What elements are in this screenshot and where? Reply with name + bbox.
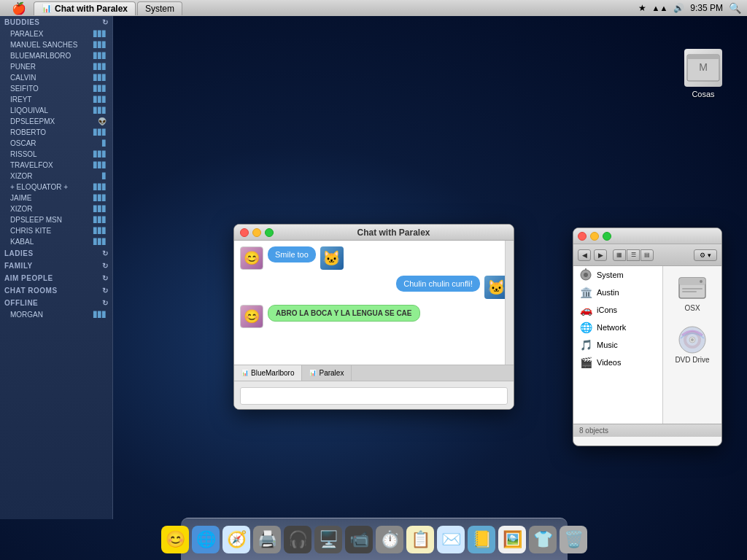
buddy-kabal[interactable]: KABAL▊▊▊ xyxy=(0,236,112,247)
finder-statusbar: 8 objects xyxy=(573,424,721,437)
finder-list: System 🏛️ Austin 🚗 iCons 🌐 Network 🎵 Mus… xyxy=(573,266,663,424)
cosas-label: Cosas xyxy=(692,90,714,98)
avatar-paralex-1: 🐱 xyxy=(320,246,344,270)
chat-tab-icon: 📊 xyxy=(42,4,52,13)
close-button[interactable] xyxy=(240,228,249,237)
finder-item-network[interactable]: 🌐 Network xyxy=(573,319,662,336)
buddy-xizor2[interactable]: XIZOR▊▊▊ xyxy=(0,203,112,214)
buddy-chris-kite[interactable]: CHRIS KITE▊▊▊ xyxy=(0,225,112,236)
finder-item-videos[interactable]: 🎬 Videos xyxy=(573,354,662,371)
apple-menu[interactable]: 🍎 xyxy=(6,1,32,15)
dock-monitor[interactable]: 🖥️ xyxy=(314,524,342,556)
dock-trash[interactable]: 🗑️ xyxy=(560,524,587,556)
buddies-icon: ↻ xyxy=(102,18,109,26)
menubar-right: ★ ▲▲ 🔊 9:35 PM 🔍 xyxy=(638,2,741,14)
buddy-manuel[interactable]: MANUEL SANCHES▊▊▊ xyxy=(0,39,112,50)
family-header[interactable]: FAMILY ↻ xyxy=(0,260,112,272)
dvd-icon-image xyxy=(676,324,708,356)
dock-safari[interactable]: 🧭 xyxy=(222,524,250,556)
finder-maximize-button[interactable] xyxy=(603,232,611,241)
dock-ie[interactable]: 🌐 xyxy=(192,524,220,556)
buddy-dpsleep-msn[interactable]: DPSLEEP MSN▊▊▊ xyxy=(0,214,112,225)
dock-video[interactable]: 📹 xyxy=(345,524,373,556)
finder-toolbar: ◀ ▶ ▦ ☰ ▤ ⚙ ▾ xyxy=(573,244,721,266)
svg-rect-10 xyxy=(682,291,697,292)
finder-item-icons[interactable]: 🚗 iCons xyxy=(573,301,662,319)
buddy-bluemarlboro[interactable]: BLUEMARLBORO▊▊▊ xyxy=(0,50,112,61)
svg-point-8 xyxy=(700,280,703,283)
chat-body: 😊 Smile too 🐱 Chulin chulin cunfli! 🐱 😊 xyxy=(234,241,514,365)
back-button[interactable]: ◀ xyxy=(578,249,591,261)
bubble-1: Smile too xyxy=(268,246,316,262)
buddy-roberto[interactable]: ROBERTO▊▊▊ xyxy=(0,127,112,138)
buddy-rissol[interactable]: RISSOL▊▊▊ xyxy=(0,149,112,160)
chat-scrollbar[interactable] xyxy=(505,241,514,365)
dock-timer[interactable]: ⏱️ xyxy=(376,524,403,556)
forward-button[interactable]: ▶ xyxy=(594,249,607,261)
osx-drive-icon[interactable]: OSX xyxy=(676,272,708,312)
videos-icon: 🎬 xyxy=(579,356,592,369)
chat-window-title: Chat with Paralex xyxy=(279,228,508,238)
buddy-travelfox[interactable]: TRAVELFOX▊▊▊ xyxy=(0,160,112,171)
spotlight-icon[interactable]: 🔍 xyxy=(729,2,741,14)
finder-item-music[interactable]: 🎵 Music xyxy=(573,336,662,354)
dvd-drive-icon[interactable]: DVD Drive xyxy=(675,324,709,364)
buddy-ireyt[interactable]: IREYT▊▊▊ xyxy=(0,94,112,105)
finder-status: 8 objects xyxy=(579,427,608,435)
action-button[interactable]: ⚙ ▾ xyxy=(694,249,717,261)
icons-icon: 🚗 xyxy=(579,303,592,316)
list-view-button[interactable]: ☰ xyxy=(627,249,640,261)
buddy-calvin[interactable]: CALVIN▊▊▊ xyxy=(0,72,112,83)
dock-address[interactable]: 📒 xyxy=(468,524,495,556)
austin-label: Austin xyxy=(597,288,619,297)
buddy-oscar[interactable]: OSCAR▊ xyxy=(0,138,112,149)
chat-tab-paralex[interactable]: 📊 Paralex xyxy=(302,365,352,381)
chat-tab-bluemarlboro[interactable]: 📊 BlueMarlboro xyxy=(234,365,302,381)
bubble-3: ABRO LA BOCA Y LA LENGUA SE CAE xyxy=(268,305,420,322)
dock-tshirt[interactable]: 👕 xyxy=(529,524,557,556)
dock-photo[interactable]: 🖼️ xyxy=(498,524,526,556)
buddies-header[interactable]: BUDDIES ↻ xyxy=(0,16,112,28)
dock-aim[interactable]: 😊 xyxy=(161,524,189,556)
buddy-liqouival[interactable]: LIQOUIVAL▊▊▊ xyxy=(0,105,112,116)
system-tab[interactable]: System xyxy=(137,1,182,15)
minimize-button[interactable] xyxy=(252,228,261,237)
maximize-button[interactable] xyxy=(265,228,274,237)
column-view-button[interactable]: ▤ xyxy=(640,249,654,261)
buddy-paralex[interactable]: PARALEX▊▊▊ xyxy=(0,28,112,39)
finder-item-system[interactable]: System xyxy=(573,266,662,284)
buddy-jaime[interactable]: JAIME▊▊▊ xyxy=(0,192,112,203)
dock-scanner[interactable]: 🖨️ xyxy=(253,524,281,556)
dock-mail[interactable]: ✉️ xyxy=(437,524,465,556)
system-tab-label: System xyxy=(145,4,174,14)
dock-notes[interactable]: 📋 xyxy=(406,524,434,556)
buddy-dpsleepmx[interactable]: DPSLEEPMX👽 xyxy=(0,116,112,127)
aim-people-header[interactable]: AIM PEOPLE ↻ xyxy=(0,272,112,284)
dock-headphones[interactable]: 🎧 xyxy=(284,524,311,556)
desktop-icon-cosas[interactable]: M Cosas xyxy=(674,49,732,98)
chat-input-field[interactable] xyxy=(240,387,508,405)
chat-rooms-header[interactable]: CHAT ROOMS ↻ xyxy=(0,284,112,297)
icons-label: iCons xyxy=(597,306,617,314)
ladies-icon: ↻ xyxy=(102,249,109,257)
buddy-xizor1[interactable]: XIZOR▊ xyxy=(0,171,112,182)
cosas-icon-image: M xyxy=(684,49,722,87)
buddy-puner[interactable]: PUNER▊▊▊ xyxy=(0,61,112,72)
finder-close-button[interactable] xyxy=(578,232,587,241)
chat-tabs: 📊 BlueMarlboro 📊 Paralex xyxy=(234,365,514,381)
buddy-eloquator[interactable]: + ELOQUATOR +▊▊▊ xyxy=(0,182,112,192)
offline-header[interactable]: OFFLINE ↻ xyxy=(0,297,112,309)
chat-tab[interactable]: 📊 Chat with Paralex xyxy=(34,1,136,15)
music-label: Music xyxy=(597,341,618,349)
icon-view-button[interactable]: ▦ xyxy=(613,249,626,261)
svg-point-14 xyxy=(691,338,694,341)
ladies-header[interactable]: LADIES ↻ xyxy=(0,247,112,260)
buddy-seifito[interactable]: SEIFITO▊▊▊ xyxy=(0,83,112,94)
finder-window-controls xyxy=(578,232,611,241)
finder-item-austin[interactable]: 🏛️ Austin xyxy=(573,284,662,301)
offline-label: OFFLINE xyxy=(4,299,38,307)
finder-minimize-button[interactable] xyxy=(590,232,599,241)
buddy-morgan[interactable]: MORGAN▊▊▊ xyxy=(0,309,112,320)
chat-rooms-icon: ↻ xyxy=(102,287,109,295)
austin-icon: 🏛️ xyxy=(579,286,592,299)
